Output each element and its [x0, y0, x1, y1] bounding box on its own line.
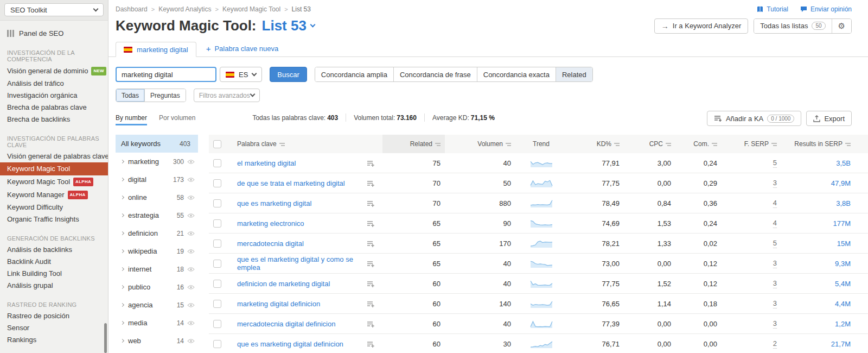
sidebar-item-organic-traffic-insights[interactable]: Organic Traffic Insights [0, 213, 108, 225]
keyword-link[interactable]: mercadotecnia digital [237, 239, 304, 248]
feedback-link[interactable]: Enviar opinión [800, 5, 852, 13]
row-checkbox[interactable] [213, 280, 221, 288]
sidebar-scrollbar[interactable] [104, 323, 107, 353]
sidebar-item-brecha-de-palabras-clave[interactable]: Brecha de palabras clave [0, 102, 108, 114]
search-button[interactable]: Buscar [270, 67, 307, 82]
add-to-list-icon[interactable] [367, 261, 375, 267]
sidebar-item-an-lisis-del-tr-fico[interactable]: Análisis del tráfico [0, 78, 108, 90]
breadcrumb-item-keyword-analytics[interactable]: Keyword Analytics [158, 5, 211, 13]
row-checkbox[interactable] [213, 320, 221, 328]
row-checkbox[interactable] [213, 199, 221, 207]
row-checkbox[interactable] [213, 219, 221, 228]
group-visibility-toggle[interactable] [187, 302, 195, 308]
results-value[interactable]: 4,4M [835, 300, 851, 308]
add-to-list-icon[interactable] [367, 200, 375, 207]
row-checkbox[interactable] [213, 260, 221, 268]
add-to-list-icon[interactable] [367, 281, 375, 287]
sidebar-item-visi-n-general-de-palabras-clave[interactable]: Visión general de palabras clave [0, 150, 108, 162]
match-button-concordancia-amplia[interactable]: Concordancia amplia [315, 67, 393, 81]
sidebar-item-brecha-de-backlinks[interactable]: Brecha de backlinks [0, 114, 108, 125]
go-to-keyword-analyzer-button[interactable]: → Ir a Keyword Analyzer [654, 18, 748, 34]
sidebar-item-an-lisis-grupal[interactable]: Análisis grupal [0, 280, 108, 292]
eye-icon[interactable] [187, 159, 195, 165]
keyword-link[interactable]: definicion de marketing digital [237, 280, 330, 288]
filter-all-button[interactable]: Todas [116, 89, 144, 102]
group-item-agencia[interactable]: agencia15 [116, 296, 198, 314]
breadcrumb-item-keyword-magic-tool[interactable]: Keyword Magic Tool [222, 5, 280, 13]
add-to-list-button[interactable] [367, 179, 375, 187]
fserp-link[interactable]: 5 [773, 239, 777, 248]
sidebar-item-backlink-audit[interactable]: Backlink Audit [0, 256, 108, 268]
fserp-link[interactable]: 5 [773, 159, 777, 168]
fserp-link[interactable]: 3 [773, 259, 777, 268]
fserp-link[interactable]: 3 [773, 179, 777, 188]
add-to-list-icon[interactable] [367, 220, 375, 227]
eye-icon[interactable] [187, 195, 195, 200]
row-checkbox[interactable] [213, 179, 221, 187]
group-visibility-toggle[interactable] [187, 231, 195, 236]
column-header-related[interactable]: Related [382, 135, 445, 153]
group-item-online[interactable]: online58 [116, 188, 198, 206]
add-to-list-button[interactable] [367, 300, 375, 308]
match-button-concordancia-exacta[interactable]: Concordancia exacta [477, 67, 556, 81]
results-value[interactable]: 47,9M [831, 179, 851, 187]
group-visibility-toggle[interactable] [187, 338, 195, 344]
column-header-f-serp[interactable]: F. SERP [722, 140, 781, 148]
sidebar-item-investigaci-n-org-nica[interactable]: Investigación orgánica [0, 90, 108, 102]
keyword-search-input[interactable] [116, 67, 216, 82]
eye-icon[interactable] [187, 320, 195, 326]
tutorial-link[interactable]: Tutorial [757, 5, 788, 13]
group-visibility-toggle[interactable] [187, 285, 195, 290]
eye-icon[interactable] [187, 213, 195, 218]
add-to-list-icon[interactable] [367, 180, 375, 187]
keyword-link[interactable]: mercadotecnia digital definicion [237, 320, 335, 328]
add-to-list-icon[interactable] [367, 241, 375, 247]
add-to-list-icon[interactable] [367, 321, 375, 327]
keyword-link[interactable]: el marketing digital [237, 159, 296, 167]
group-visibility-toggle[interactable] [187, 159, 195, 165]
fserp-link[interactable]: 3 [773, 279, 777, 288]
list-selector[interactable]: List 53 [262, 17, 315, 34]
group-item-digital[interactable]: digital173 [116, 171, 198, 188]
breadcrumb-item-dashboard[interactable]: Dashboard [116, 5, 148, 13]
group-visibility-toggle[interactable] [187, 249, 195, 254]
fserp-link[interactable]: 4 [773, 199, 777, 208]
column-header-results-in-serp[interactable]: Results in SERP [781, 140, 868, 148]
add-to-list-button[interactable] [367, 159, 375, 167]
group-item-estrategia[interactable]: estrategia55 [116, 206, 198, 224]
keyword-link[interactable]: de que se trata el marketing digital [237, 179, 345, 187]
fserp-link[interactable]: 3 [773, 319, 777, 329]
add-to-list-icon[interactable] [367, 160, 375, 167]
all-lists-button[interactable]: Todas las listas 50 [754, 19, 831, 33]
row-checkbox[interactable] [213, 239, 221, 248]
select-all-checkbox[interactable] [213, 140, 221, 148]
toolkit-selector[interactable]: SEO Toolkit [4, 3, 104, 16]
column-header-volumen[interactable]: Volumen [445, 140, 515, 148]
sidebar-item-visi-n-general-de-dominio[interactable]: Visión general de dominioNEW [0, 65, 108, 78]
row-checkbox[interactable] [213, 340, 221, 348]
add-to-list-button[interactable] [367, 260, 375, 268]
fserp-link[interactable]: 2 [773, 339, 777, 349]
fserp-link[interactable]: 4 [773, 219, 777, 228]
export-button[interactable]: Export [806, 111, 852, 126]
group-item-internet[interactable]: internet18 [116, 260, 198, 278]
results-value[interactable]: 21,7M [831, 340, 851, 348]
advanced-filters-select[interactable]: Filtros avanzados [194, 89, 260, 102]
sidebar-item-sensor[interactable]: Sensor [0, 322, 108, 334]
column-header-com[interactable]: Com. [675, 140, 722, 148]
add-to-list-button[interactable] [367, 280, 375, 288]
eye-icon[interactable] [187, 267, 195, 272]
results-value[interactable]: 1,2M [835, 320, 851, 328]
tab-by-number[interactable]: By number [116, 114, 147, 125]
sidebar-item-rankings[interactable]: Rankings [0, 334, 108, 346]
keyword-link[interactable]: que es marketing digital definicion [237, 340, 343, 348]
group-visibility-toggle[interactable] [187, 177, 195, 182]
sidebar-item-keyword-manager[interactable]: Keyword ManagerALPHA [0, 188, 108, 201]
add-to-list-button[interactable] [367, 239, 375, 248]
tab-marketing-digital[interactable]: marketing digital [116, 42, 196, 57]
lists-settings-button[interactable]: ⚙ [832, 19, 851, 33]
group-visibility-toggle[interactable] [187, 195, 195, 200]
row-checkbox[interactable] [213, 300, 221, 308]
eye-icon[interactable] [187, 249, 195, 254]
group-all-keywords[interactable]: All keywords 403 [116, 135, 198, 153]
